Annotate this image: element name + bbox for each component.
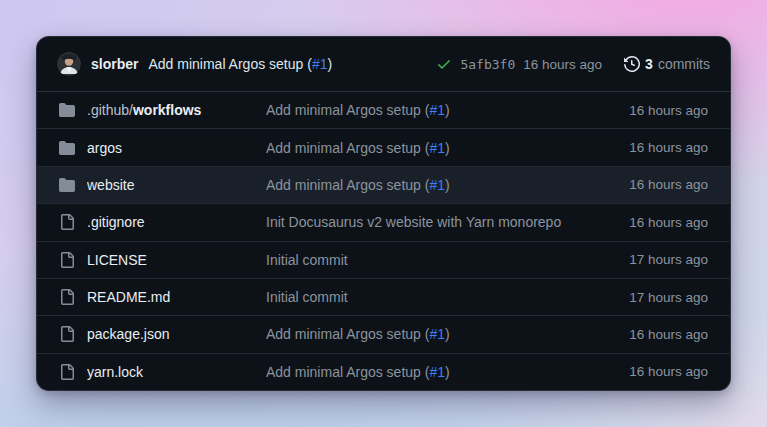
commit-author[interactable]: slorber (91, 56, 138, 72)
file-icon (59, 289, 75, 305)
row-icon-cell (59, 364, 75, 380)
commit-message-text: Add minimal Argos setup (266, 140, 421, 156)
row-commit-message: Add minimal Argos setup (#1) (266, 102, 617, 118)
row-commit-message: Initial commit (266, 289, 617, 305)
file-name[interactable]: LICENSE (87, 252, 147, 268)
file-icon (59, 252, 75, 268)
latest-commit-meta: 5afb3f0 16 hours ago 3 commits (436, 56, 710, 72)
user-avatar[interactable] (57, 52, 81, 76)
file-row: package.json Add minimal Argos setup (#1… (37, 316, 730, 353)
row-icon-cell (59, 326, 75, 342)
file-name-cell: argos (87, 140, 266, 156)
file-name-cell: .gitignore (87, 214, 266, 230)
folder-icon (59, 177, 75, 193)
row-commit-message: Add minimal Argos setup (#1) (266, 177, 617, 193)
commit-time: 16 hours ago (629, 177, 708, 192)
file-row: .github/workflows Add minimal Argos setu… (37, 92, 730, 129)
file-name[interactable]: package.json (87, 326, 170, 342)
commit-message-text: Init Docusaurus v2 website with Yarn mon… (266, 214, 561, 230)
latest-commit-summary: slorber Add minimal Argos setup (#1) (57, 52, 332, 76)
check-icon[interactable] (436, 56, 452, 72)
latest-commit-header: slorber Add minimal Argos setup (#1) 5af… (37, 37, 730, 92)
file-row: argos Add minimal Argos setup (#1) 16 ho… (37, 129, 730, 166)
commit-time: 16 hours ago (629, 327, 708, 342)
commit-time: 16 hours ago (629, 103, 708, 118)
paren-close: ) (445, 364, 450, 380)
commit-time: 17 hours ago (629, 252, 708, 267)
row-commit-message: Initial commit (266, 252, 617, 268)
commit-message-text: Initial commit (266, 289, 348, 305)
folder-icon (59, 140, 75, 156)
file-name[interactable]: README.md (87, 289, 170, 305)
commit-time: 16 hours ago (629, 215, 708, 230)
commit-message-text: Initial commit (266, 252, 348, 268)
paren-close: ) (445, 102, 450, 118)
file-name[interactable]: .gitignore (87, 214, 145, 230)
commits-label: commits (658, 56, 710, 72)
pr-link[interactable]: #1 (429, 177, 445, 193)
row-icon-cell (59, 214, 75, 230)
paren-close: ) (327, 56, 332, 72)
commit-time: 16 hours ago (629, 364, 708, 379)
pr-link[interactable]: #1 (429, 102, 445, 118)
file-name-cell: .github/workflows (87, 102, 266, 118)
paren-close: ) (445, 177, 450, 193)
pr-link[interactable]: #1 (312, 56, 328, 72)
pr-link[interactable]: #1 (429, 326, 445, 342)
file-name-cell: website (87, 177, 266, 193)
file-name[interactable]: workflows (133, 102, 201, 118)
commit-time: 17 hours ago (629, 290, 708, 305)
row-commit-message: Init Docusaurus v2 website with Yarn mon… (266, 214, 617, 230)
pr-link[interactable]: #1 (429, 140, 445, 156)
commit-message-text: Add minimal Argos setup (266, 364, 421, 380)
file-name-cell: LICENSE (87, 252, 266, 268)
row-icon-cell (59, 140, 75, 156)
commit-time: 16 hours ago (629, 140, 708, 155)
file-path-prefix[interactable]: .github/ (87, 102, 133, 118)
row-commit-message: Add minimal Argos setup (#1) (266, 364, 617, 380)
commit-time: 16 hours ago (523, 57, 602, 72)
file-name[interactable]: yarn.lock (87, 364, 143, 380)
row-icon-cell (59, 102, 75, 118)
file-row: LICENSE Initial commit 17 hours ago (37, 242, 730, 279)
file-list: .github/workflows Add minimal Argos setu… (37, 92, 730, 390)
file-name[interactable]: argos (87, 140, 122, 156)
avatar-image (57, 52, 81, 76)
paren-close: ) (445, 140, 450, 156)
commit-message-text: Add minimal Argos setup (266, 326, 421, 342)
row-icon-cell (59, 177, 75, 193)
commit-message[interactable]: Add minimal Argos setup (#1) (148, 56, 332, 72)
commits-history-link[interactable]: 3 commits (624, 56, 710, 72)
file-row: website Add minimal Argos setup (#1) 16 … (37, 167, 730, 204)
repo-file-browser: slorber Add minimal Argos setup (#1) 5af… (36, 36, 731, 391)
commits-count: 3 (645, 56, 653, 72)
file-name-cell: yarn.lock (87, 364, 266, 380)
row-icon-cell (59, 289, 75, 305)
row-commit-message: Add minimal Argos setup (#1) (266, 326, 617, 342)
file-row: README.md Initial commit 17 hours ago (37, 279, 730, 316)
file-icon (59, 364, 75, 380)
commit-message-text: Add minimal Argos setup (266, 102, 421, 118)
file-icon (59, 214, 75, 230)
file-name-cell: package.json (87, 326, 266, 342)
folder-icon (59, 102, 75, 118)
file-row: yarn.lock Add minimal Argos setup (#1) 1… (37, 354, 730, 390)
file-icon (59, 326, 75, 342)
file-name[interactable]: website (87, 177, 134, 193)
commit-hash-link[interactable]: 5afb3f0 (460, 57, 515, 72)
row-commit-message: Add minimal Argos setup (#1) (266, 140, 617, 156)
pr-link[interactable]: #1 (429, 364, 445, 380)
history-icon (624, 56, 640, 72)
file-row: .gitignore Init Docusaurus v2 website wi… (37, 204, 730, 241)
row-icon-cell (59, 252, 75, 268)
paren-close: ) (445, 326, 450, 342)
commit-message-text: Add minimal Argos setup (266, 177, 421, 193)
file-name-cell: README.md (87, 289, 266, 305)
